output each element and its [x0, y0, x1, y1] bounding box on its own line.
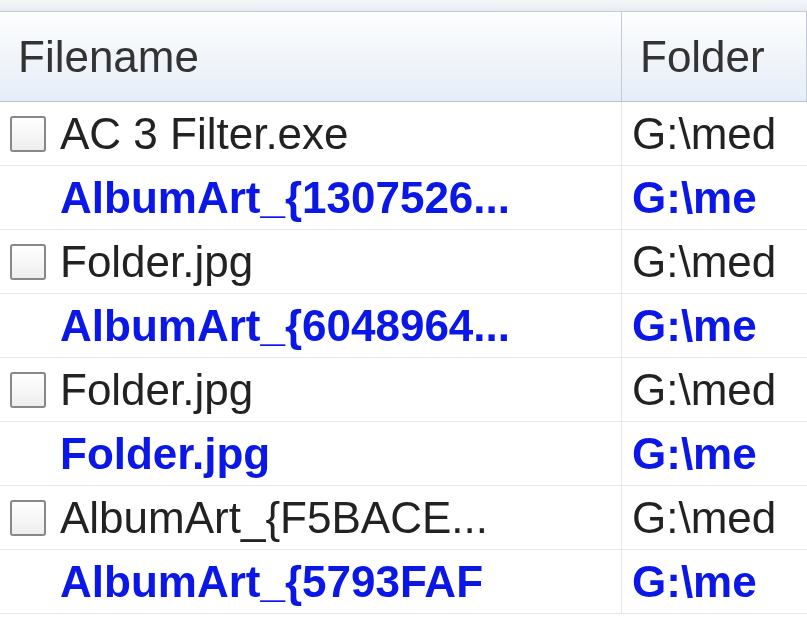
table-row[interactable]: Folder.jpgG:\me	[0, 422, 807, 486]
filename-label: AlbumArt_{F5BACE...	[60, 493, 488, 543]
folder-label: G:\med	[632, 493, 776, 543]
column-header-filename[interactable]: Filename	[0, 12, 622, 101]
table-row[interactable]: Folder.jpgG:\med	[0, 358, 807, 422]
row-checkbox[interactable]	[10, 500, 46, 536]
cell-folder: G:\me	[622, 550, 807, 613]
table-body: AC 3 Filter.exeG:\medAlbumArt_{1307526..…	[0, 102, 807, 614]
table-row[interactable]: AlbumArt_{1307526...G:\me	[0, 166, 807, 230]
cell-filename: AC 3 Filter.exe	[0, 102, 622, 165]
folder-label: G:\med	[632, 365, 776, 415]
folder-label: G:\med	[632, 109, 776, 159]
cell-folder: G:\med	[622, 486, 807, 549]
table-row[interactable]: AlbumArt_{F5BACE...G:\med	[0, 486, 807, 550]
folder-label: G:\med	[632, 237, 776, 287]
filename-label: Folder.jpg	[60, 365, 253, 415]
table-row[interactable]: AC 3 Filter.exeG:\med	[0, 102, 807, 166]
checkbox-slot	[10, 372, 60, 408]
filename-label: Folder.jpg	[60, 429, 270, 479]
checkbox-slot	[10, 116, 60, 152]
table-row[interactable]: AlbumArt_{5793FAFG:\me	[0, 550, 807, 614]
cell-filename: AlbumArt_{F5BACE...	[0, 486, 622, 549]
folder-label: G:\me	[632, 173, 757, 223]
cell-folder: G:\med	[622, 102, 807, 165]
file-table: Filename Folder AC 3 Filter.exeG:\medAlb…	[0, 12, 807, 614]
column-header-folder[interactable]: Folder	[622, 12, 807, 101]
filename-label: AlbumArt_{6048964...	[60, 301, 510, 351]
checkbox-slot	[10, 244, 60, 280]
cell-folder: G:\me	[622, 294, 807, 357]
cell-folder: G:\med	[622, 358, 807, 421]
table-row[interactable]: Folder.jpgG:\med	[0, 230, 807, 294]
row-checkbox[interactable]	[10, 244, 46, 280]
filename-label: AC 3 Filter.exe	[60, 109, 349, 159]
folder-label: G:\me	[632, 301, 757, 351]
cell-filename: Folder.jpg	[0, 230, 622, 293]
cell-filename: Folder.jpg	[0, 358, 622, 421]
cell-filename: AlbumArt_{5793FAF	[0, 550, 622, 613]
cell-filename: AlbumArt_{6048964...	[0, 294, 622, 357]
folder-label: G:\me	[632, 557, 757, 607]
toolbar-strip	[0, 0, 807, 12]
cell-filename: Folder.jpg	[0, 422, 622, 485]
column-header-filename-label: Filename	[18, 32, 199, 82]
filename-label: AlbumArt_{1307526...	[60, 173, 510, 223]
row-checkbox[interactable]	[10, 372, 46, 408]
cell-folder: G:\med	[622, 230, 807, 293]
cell-folder: G:\me	[622, 166, 807, 229]
cell-filename: AlbumArt_{1307526...	[0, 166, 622, 229]
checkbox-slot	[10, 500, 60, 536]
filename-label: Folder.jpg	[60, 237, 253, 287]
folder-label: G:\me	[632, 429, 757, 479]
cell-folder: G:\me	[622, 422, 807, 485]
row-checkbox[interactable]	[10, 116, 46, 152]
table-row[interactable]: AlbumArt_{6048964...G:\me	[0, 294, 807, 358]
column-header-folder-label: Folder	[640, 32, 765, 82]
table-header-row: Filename Folder	[0, 12, 807, 102]
filename-label: AlbumArt_{5793FAF	[60, 557, 483, 607]
